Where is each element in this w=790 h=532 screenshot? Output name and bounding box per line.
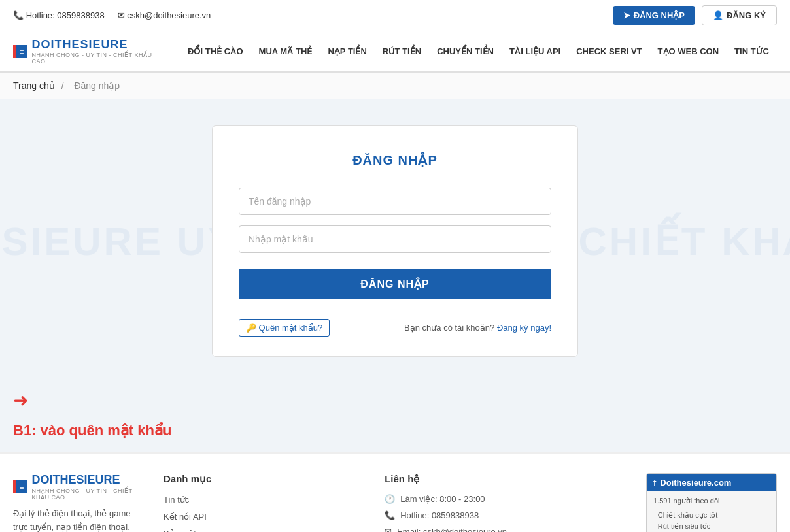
red-arrow-icon: ➜	[13, 390, 28, 411]
password-field-wrapper	[239, 225, 551, 253]
footer-danh-muc-title: Danh mục	[163, 473, 365, 485]
hotline-info: 📞 Hotline: 0859838938	[13, 10, 105, 20]
nav-tao-web-con[interactable]: TẠO WEB CON	[650, 35, 727, 68]
phone-icon: 📞	[385, 510, 395, 520]
widget-item-2: - Rút tiền siêu tốc	[653, 521, 770, 532]
footer-logo-col: ≡ DOITHESIEURE NHANH CHÓNG - UY TÍN - CH…	[13, 473, 144, 532]
nav-tin-tuc[interactable]: TIN TỨC	[727, 35, 777, 68]
contact-email: ✉ Email: cskh@doithesieure.vn	[385, 527, 627, 532]
clock-icon: 🕐	[385, 494, 395, 504]
nav-chuyen-tien[interactable]: CHUYỂN TIỀN	[429, 35, 502, 68]
footer-contact-col: Liên hệ 🕐 Làm việc: 8:00 - 23:00 📞 Hotli…	[385, 473, 627, 532]
nav-links: ĐỔI THẺ CÀO MUA MÃ THẺ NẠP TIỀN RÚT TIỀN…	[180, 35, 777, 68]
breadcrumb: Trang chủ / Đăng nhập	[0, 73, 790, 99]
step-label: B1: vào quên mật khẩu	[13, 422, 171, 439]
logo[interactable]: ≡ DOITHESIEURE NHANH CHÓNG - UY TÍN - CH…	[13, 31, 160, 71]
widget-item-1: - Chiết khấu cực tốt	[653, 510, 770, 522]
register-button[interactable]: 👤 ĐĂNG KÝ	[702, 5, 777, 25]
annotation-arrow-area: ➜	[0, 383, 790, 414]
list-item: Tin tức	[163, 494, 365, 505]
nav-doi-the-cao[interactable]: ĐỔI THẺ CÀO	[180, 35, 250, 68]
footer-link-bao-mat[interactable]: Bảo mật	[163, 529, 196, 532]
login-title: ĐĂNG NHẬP	[239, 152, 551, 168]
footer-logo-text: DOITHESIEURE	[31, 473, 144, 487]
footer-danh-muc: Danh mục Tin tức Kết nối API Bảo mật	[163, 473, 365, 532]
footer-logo-icon: ≡	[13, 480, 27, 493]
footer-logo-inner: ≡ DOITHESIEURE NHANH CHÓNG - UY TÍN - CH…	[13, 473, 144, 501]
widget-box: f Doithesieure.com 1.591 người theo dõi …	[646, 473, 777, 532]
login-footer: 🔑 Quên mật khẩu? Bạn chưa có tài khoản? …	[239, 319, 551, 337]
nav-check-seri-vt[interactable]: CHECK SERI VT	[568, 35, 649, 68]
password-input[interactable]	[239, 225, 551, 253]
top-bar: 📞 Hotline: 0859838938 ✉ cskh@doithesieur…	[0, 0, 790, 31]
register-now-link[interactable]: Đăng ký ngay!	[497, 323, 551, 333]
logo-icon: ≡	[13, 45, 27, 58]
username-field-wrapper	[239, 188, 551, 215]
footer-link-api[interactable]: Kết nối API	[163, 512, 207, 522]
nav-rut-tien[interactable]: RÚT TIỀN	[375, 35, 429, 68]
footer-lien-he-title: Liên hệ	[385, 473, 627, 485]
logo-text: DOITHESIEURE NHANH CHÓNG - UY TÍN - CHIẾ…	[31, 38, 160, 65]
nav-mua-ma-the[interactable]: MUA MÃ THẺ	[251, 35, 320, 68]
contact-working-hours: 🕐 Làm việc: 8:00 - 23:00	[385, 494, 627, 504]
breadcrumb-separator: /	[61, 80, 64, 91]
footer-description: Đại lý thẻ điện thoại, thẻ game trực tuy…	[13, 507, 144, 532]
nav-nap-tien[interactable]: NẠP TIỀN	[320, 35, 374, 68]
widget-body: 1.591 người theo dõi - Chiết khấu cực tố…	[647, 491, 776, 532]
footer-widget-col: f Doithesieure.com 1.591 người theo dõi …	[646, 473, 777, 532]
footer: ≡ DOITHESIEURE NHANH CHÓNG - UY TÍN - CH…	[0, 452, 790, 532]
login-submit-button[interactable]: ĐĂNG NHẬP	[239, 269, 551, 299]
footer-logo-sub: NHANH CHÓNG - UY TÍN - CHIẾT KHẤU CAO	[31, 488, 144, 501]
top-bar-right: ➤ ĐĂNG NHẬP 👤 ĐĂNG KÝ	[613, 5, 777, 25]
footer-danh-muc-list: Tin tức Kết nối API Bảo mật	[163, 494, 365, 532]
register-prompt: Bạn chưa có tài khoản? Đăng ký ngay!	[404, 323, 551, 333]
nav-tai-lieu-api[interactable]: TÀI LIỆU API	[502, 35, 568, 68]
login-box: ĐĂNG NHẬP ĐĂNG NHẬP 🔑 Quên mật khẩu? Bạn…	[212, 125, 578, 357]
main-content: DOITHESIEURE UY TÍN HÀNG ĐẦU CHIẾT KHẤU …	[0, 99, 790, 383]
breadcrumb-home[interactable]: Trang chủ	[13, 80, 55, 91]
forgot-password-link[interactable]: 🔑 Quên mật khẩu?	[239, 319, 330, 337]
step-text-area: B1: vào quên mật khẩu	[0, 414, 790, 452]
widget-fb-icon: f	[653, 478, 656, 488]
list-item: Kết nối API	[163, 511, 365, 522]
login-button[interactable]: ➤ ĐĂNG NHẬP	[613, 6, 695, 25]
contact-hotline: 📞 Hotline: 0859838938	[385, 510, 627, 520]
widget-followers: 1.591 người theo dõi	[653, 495, 770, 507]
email-info: ✉ cskh@doithesieure.vn	[118, 10, 211, 20]
top-bar-left: 📞 Hotline: 0859838938 ✉ cskh@doithesieur…	[13, 10, 211, 20]
widget-header: f Doithesieure.com	[647, 474, 776, 491]
list-item: Bảo mật	[163, 528, 365, 532]
navbar: ≡ DOITHESIEURE NHANH CHÓNG - UY TÍN - CH…	[0, 31, 790, 73]
breadcrumb-current: Đăng nhập	[74, 80, 120, 91]
footer-link-tin-tuc[interactable]: Tin tức	[163, 495, 189, 505]
email-icon: ✉	[385, 527, 392, 532]
username-input[interactable]	[239, 188, 551, 215]
